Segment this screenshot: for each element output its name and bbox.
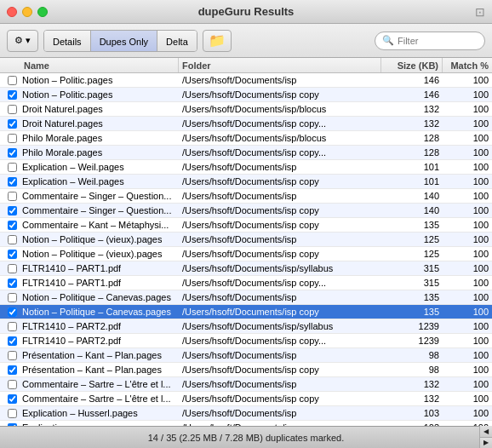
scroll-right-arrow[interactable]: ▶ xyxy=(480,438,492,449)
cell-name: Notion – Politique – Canevas.pages xyxy=(0,292,179,302)
table-row[interactable]: Commentaire – Singer – Question... /User… xyxy=(0,204,492,218)
row-checkbox[interactable] xyxy=(8,264,17,273)
table-row[interactable]: Commentaire – Singer – Question... /User… xyxy=(0,189,492,204)
row-checkbox-area[interactable] xyxy=(3,206,20,215)
table-row[interactable]: Présentation – Kant – Plan.pages /Users/… xyxy=(0,363,492,377)
cell-folder: /Users/hsoft/Documents/isp copy xyxy=(179,249,381,259)
row-checkbox-area[interactable] xyxy=(3,235,20,244)
close-button[interactable] xyxy=(7,7,17,17)
row-checkbox-area[interactable] xyxy=(3,148,20,158)
row-checkbox-area[interactable] xyxy=(3,90,20,100)
row-checkbox[interactable] xyxy=(8,221,17,230)
row-checkbox[interactable] xyxy=(8,76,17,85)
row-checkbox-area[interactable] xyxy=(3,380,20,389)
row-checkbox[interactable] xyxy=(8,134,17,143)
table-row[interactable]: FLTR1410 – PART2.pdf /Users/hsoft/Docume… xyxy=(0,334,492,348)
table-row[interactable]: Explication – Husserl.pages /Users/hsoft… xyxy=(0,406,492,421)
table-row[interactable]: Commentaire – Sartre – L'être et l... /U… xyxy=(0,392,492,406)
row-checkbox-area[interactable] xyxy=(3,336,20,346)
cell-size: 132 xyxy=(381,104,443,114)
row-checkbox[interactable] xyxy=(8,380,17,389)
row-checkbox-area[interactable] xyxy=(3,119,20,129)
row-checkbox[interactable] xyxy=(8,307,17,317)
cell-folder: /Users/hsoft/Documents/isp copy xyxy=(179,365,381,375)
table-row[interactable]: Notion – Politique – Canevas.pages /User… xyxy=(0,305,492,319)
table-body[interactable]: Notion – Politic.pages /Users/hsoft/Docu… xyxy=(0,73,492,426)
cell-size: 135 xyxy=(381,307,443,317)
cell-size: 125 xyxy=(381,234,443,244)
table-row[interactable]: Notion – Politique – (vieux).pages /User… xyxy=(0,247,492,261)
row-checkbox-area[interactable] xyxy=(3,279,20,288)
table-row[interactable]: FLTR1410 – PART1.pdf /Users/hsoft/Docume… xyxy=(0,261,492,276)
table-row[interactable]: Présentation – Kant – Plan.pages /Users/… xyxy=(0,348,492,363)
action-menu-button[interactable]: ⚙ ▾ xyxy=(7,30,38,52)
row-checkbox[interactable] xyxy=(8,105,17,114)
row-checkbox-area[interactable] xyxy=(3,105,20,114)
row-checkbox[interactable] xyxy=(8,336,17,346)
table-row[interactable]: Commentaire – Kant – Métaphysi... /Users… xyxy=(0,218,492,233)
status-bar: 14 / 35 (2.25 MB / 7.28 MB) duplicates m… xyxy=(0,426,492,448)
row-checkbox[interactable] xyxy=(8,365,17,375)
row-checkbox[interactable] xyxy=(8,351,17,360)
table-row[interactable]: FLTR1410 – PART1.pdf /Users/hsoft/Docume… xyxy=(0,276,492,290)
row-checkbox-area[interactable] xyxy=(3,409,20,418)
tab-delta[interactable]: Delta xyxy=(157,31,197,52)
tab-details[interactable]: Details xyxy=(44,31,91,52)
title-bar: dupeGuru Results ⊡ xyxy=(0,0,492,24)
row-checkbox-area[interactable] xyxy=(3,250,20,259)
row-checkbox[interactable] xyxy=(8,235,17,244)
table-row[interactable]: Droit Naturel.pages /Users/hsoft/Documen… xyxy=(0,117,492,131)
cell-name: Commentaire – Sartre – L'être et l... xyxy=(0,379,179,389)
table-row[interactable]: Droit Naturel.pages /Users/hsoft/Documen… xyxy=(0,102,492,117)
row-checkbox[interactable] xyxy=(8,90,17,100)
row-checkbox[interactable] xyxy=(8,394,17,404)
table-row[interactable]: Philo Morale.pages /Users/hsoft/Document… xyxy=(0,131,492,146)
row-checkbox[interactable] xyxy=(8,192,17,201)
row-checkbox-area[interactable] xyxy=(3,163,20,172)
row-checkbox[interactable] xyxy=(8,206,17,215)
row-checkbox-area[interactable] xyxy=(3,293,20,302)
cell-folder: /Users/hsoft/Documents/isp copy... xyxy=(179,278,381,288)
dropdown-arrow-icon: ▾ xyxy=(26,35,31,46)
row-name: Commentaire – Singer – Question... xyxy=(22,191,171,201)
row-checkbox-area[interactable] xyxy=(3,365,20,375)
minimize-button[interactable] xyxy=(22,7,32,17)
row-checkbox-area[interactable] xyxy=(3,264,20,273)
row-checkbox[interactable] xyxy=(8,409,17,418)
cell-folder: /Users/hsoft/Documents/isp copy xyxy=(179,393,381,404)
cell-match: 100 xyxy=(443,307,492,317)
row-name: Notion – Politic.pages xyxy=(22,75,112,85)
row-checkbox-area[interactable] xyxy=(3,177,20,187)
row-checkbox-area[interactable] xyxy=(3,322,20,331)
table-row[interactable]: Philo Morale.pages /Users/hsoft/Document… xyxy=(0,146,492,160)
row-checkbox-area[interactable] xyxy=(3,134,20,143)
row-checkbox[interactable] xyxy=(8,177,17,187)
tab-dupes-only[interactable]: Dupes Only xyxy=(91,31,157,52)
table-row[interactable]: Notion – Politic.pages /Users/hsoft/Docu… xyxy=(0,73,492,88)
search-input[interactable] xyxy=(398,36,478,46)
row-checkbox-area[interactable] xyxy=(3,394,20,404)
row-checkbox-area[interactable] xyxy=(3,76,20,85)
table-row[interactable]: Notion – Politic.pages /Users/hsoft/Docu… xyxy=(0,88,492,102)
row-checkbox-area[interactable] xyxy=(3,221,20,230)
row-checkbox[interactable] xyxy=(8,250,17,259)
table-row[interactable]: Explication – Weil.pages /Users/hsoft/Do… xyxy=(0,175,492,189)
row-checkbox[interactable] xyxy=(8,148,17,158)
maximize-button[interactable] xyxy=(37,7,48,17)
row-checkbox[interactable] xyxy=(8,163,17,172)
row-checkbox-area[interactable] xyxy=(3,351,20,360)
row-checkbox[interactable] xyxy=(8,322,17,331)
table-row[interactable]: Notion – Politique – Canevas.pages /User… xyxy=(0,290,492,305)
table-row[interactable]: Explication – Weil.pages /Users/hsoft/Do… xyxy=(0,160,492,175)
scroll-left-arrow[interactable]: ◀ xyxy=(480,426,492,438)
row-checkbox[interactable] xyxy=(8,119,17,129)
row-checkbox[interactable] xyxy=(8,279,17,288)
row-checkbox[interactable] xyxy=(8,293,17,302)
row-name: Droit Naturel.pages xyxy=(22,104,103,114)
table-row[interactable]: Commentaire – Sartre – L'être et l... /U… xyxy=(0,377,492,392)
row-checkbox-area[interactable] xyxy=(3,192,20,201)
folder-button[interactable]: 📁 xyxy=(203,30,232,52)
row-checkbox-area[interactable] xyxy=(3,307,20,317)
table-row[interactable]: FLTR1410 – PART2.pdf /Users/hsoft/Docume… xyxy=(0,319,492,334)
table-row[interactable]: Notion – Politique – (vieux).pages /User… xyxy=(0,233,492,247)
